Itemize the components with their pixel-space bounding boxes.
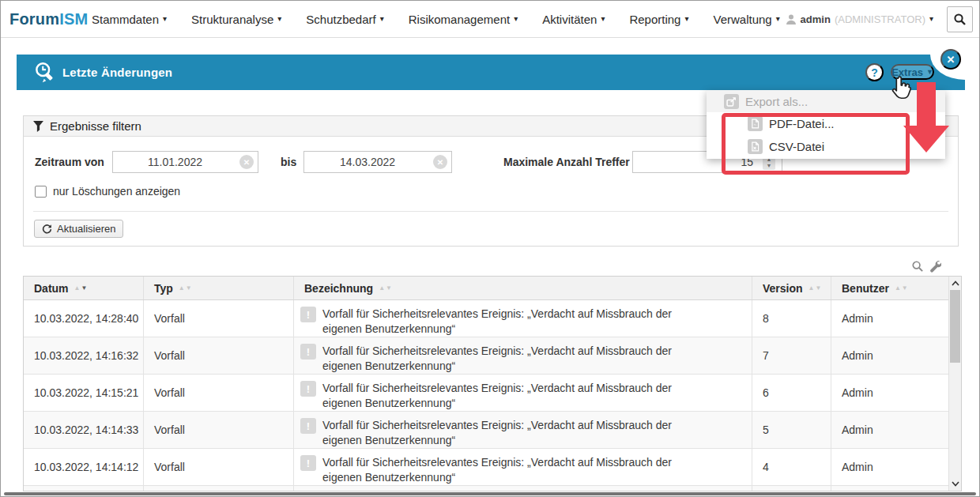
table-row[interactable]: 10.03.2022, 14:15:21 Vorfall ! Vorfall f… (24, 375, 961, 412)
cell-typ: Vorfall (144, 449, 294, 485)
date-to-input[interactable] (303, 151, 452, 173)
refresh-icon (42, 224, 52, 234)
menu-item[interactable]: Strukturanalyse ▾ (191, 13, 281, 26)
cell-bezeichnung-text: Vorfall für Sicherheitsrelevantes Ereign… (322, 342, 702, 374)
cell-bezeichnung-text: Vorfall für Sicherheitsrelevantes Ereign… (322, 305, 702, 337)
user-menu[interactable]: admin (ADMINISTRATOR) ▾ (786, 1, 933, 37)
top-navbar: ForumISM Stammdaten ▾ Strukturanalyse ▾ … (1, 1, 979, 38)
user-icon (786, 13, 797, 25)
cell-typ: Vorfall (144, 337, 294, 374)
menu-item-label: CSV-Datei (769, 140, 824, 153)
cell-bezeichnung: ! Vorfall für Sicherheitsrelevantes Erei… (294, 412, 752, 448)
cell-typ: Vorfall (144, 412, 294, 448)
incident-warning-icon: ! (300, 381, 316, 397)
column-header-version[interactable]: Version ▲▼ (752, 277, 831, 299)
dropdown-group-label: Export als... (745, 95, 808, 108)
menu-item-label: Reporting (629, 13, 680, 26)
export-icon (724, 94, 739, 109)
date-from-wrapper: ✕ (112, 151, 258, 173)
global-search-button[interactable] (947, 6, 973, 32)
cell-bezeichnung-text: Vorfall für Sicherheitsrelevantes Ereign… (322, 379, 702, 411)
sort-icons: ▲▼ (179, 284, 192, 292)
cell-benutzer: Admin (831, 412, 950, 448)
menu-item[interactable]: Stammdaten ▾ (92, 13, 167, 26)
sort-desc-icon: ▼ (186, 284, 192, 292)
recent-changes-icon (34, 62, 55, 83)
sort-icons: ▲▼ (379, 284, 392, 292)
spinner-down-icon: ▼ (767, 163, 772, 169)
filter-divider (33, 211, 948, 212)
column-header-datum[interactable]: Datum ▲▼ (24, 277, 144, 299)
table-row[interactable]: ! (24, 486, 961, 491)
clear-date-to-icon[interactable]: ✕ (433, 155, 447, 169)
menu-item[interactable]: Reporting ▾ (629, 13, 688, 26)
deletions-only-checkbox[interactable] (35, 186, 47, 198)
cell-datum (24, 486, 144, 491)
menu-item[interactable]: Aktivitäten ▾ (542, 13, 605, 26)
help-button[interactable]: ? (865, 63, 884, 81)
clear-date-from-icon[interactable]: ✕ (239, 155, 254, 169)
menu-item[interactable]: Risikomanagement ▾ (409, 13, 518, 26)
menu-item-label: Verwaltung (714, 13, 772, 26)
scroll-up-icon[interactable] (949, 277, 962, 289)
sort-desc-icon: ▼ (816, 284, 822, 292)
filter-panel-title: Ergebnisse filtern (50, 119, 141, 133)
column-header-typ[interactable]: Typ ▲▼ (144, 277, 294, 299)
table-scrollbar[interactable] (948, 277, 961, 491)
sort-icons: ▲▼ (808, 284, 822, 292)
sort-asc-icon: ▲ (379, 284, 385, 292)
column-header-benutzer[interactable]: Benutzer ▲▼ (831, 277, 950, 299)
scroll-down-icon[interactable] (949, 478, 962, 490)
table-body: 10.03.2022, 14:28:40 Vorfall ! Vorfall f… (24, 300, 961, 491)
scrollbar-thumb[interactable] (950, 290, 960, 363)
sort-asc-icon: ▲ (808, 284, 815, 292)
app-logo[interactable]: ForumISM (9, 10, 88, 28)
cell-datum: 10.03.2022, 14:16:32 (24, 337, 144, 374)
table-row[interactable]: 10.03.2022, 14:28:40 Vorfall ! Vorfall f… (24, 300, 961, 337)
deletions-only-label: nur Löschungen anzeigen (53, 185, 180, 198)
table-row[interactable]: 10.03.2022, 14:14:12 Vorfall ! Vorfall f… (24, 449, 961, 486)
csv-file-icon (748, 139, 763, 154)
user-role: (ADMINISTRATOR) (835, 13, 925, 25)
cell-datum: 10.03.2022, 14:14:12 (24, 449, 144, 485)
cell-version: 7 (752, 337, 831, 374)
page-title: Letzte Änderungen (62, 55, 172, 90)
chevron-down-icon: ▾ (277, 15, 281, 23)
sort-desc-icon: ▼ (902, 284, 908, 292)
cell-bezeichnung: ! Vorfall für Sicherheitsrelevantes Erei… (294, 337, 752, 374)
column-header-bezeichnung[interactable]: Bezeichnung ▲▼ (294, 277, 752, 299)
logo-part-forum: Forum (9, 10, 59, 28)
cell-datum: 10.03.2022, 14:15:21 (24, 375, 144, 411)
close-panel-button[interactable]: ✕ (940, 49, 961, 70)
panel-header: Letzte Änderungen ? Extras ▼ ✕ (17, 55, 965, 90)
cell-bezeichnung: ! Vorfall für Sicherheitsrelevantes Erei… (294, 449, 752, 485)
chevron-down-icon: ▼ (926, 69, 933, 76)
sort-desc-icon: ▼ (386, 284, 392, 292)
dropdown-group-export: Export als... (707, 90, 945, 112)
cell-version: 6 (752, 375, 831, 411)
menu-item-pdf-export[interactable]: PDF-Datei... (707, 112, 945, 135)
date-to-wrapper: ✕ (303, 151, 452, 173)
close-corner-notch: ✕ (930, 55, 965, 80)
menu-item-label: Schutzbedarf (306, 13, 375, 26)
date-from-input[interactable] (112, 151, 258, 173)
table-row[interactable]: 10.03.2022, 14:14:33 Vorfall ! Vorfall f… (24, 412, 961, 449)
menu-item[interactable]: Schutzbedarf ▾ (306, 13, 383, 26)
table-settings-wrench-icon[interactable] (929, 260, 941, 273)
menu-item-label: PDF-Datei... (769, 117, 835, 130)
menu-item-label: Risikomanagement (409, 13, 510, 26)
extras-button[interactable]: Extras ▼ (891, 64, 934, 80)
date-from-label: Zeitraum von (35, 156, 104, 168)
refresh-button[interactable]: Aktualisieren (34, 220, 123, 238)
table-row[interactable]: 10.03.2022, 14:16:32 Vorfall ! Vorfall f… (24, 337, 961, 375)
sort-asc-icon: ▲ (179, 284, 185, 292)
chevron-down-icon: ▾ (601, 15, 605, 23)
menu-item[interactable]: Verwaltung ▾ (714, 13, 780, 26)
sort-icons: ▲▼ (895, 284, 908, 292)
table-search-icon[interactable] (911, 260, 924, 273)
cell-version: 4 (752, 449, 831, 485)
cell-bezeichnung: ! Vorfall für Sicherheitsrelevantes Erei… (294, 375, 752, 411)
menu-item-csv-export[interactable]: CSV-Datei (707, 135, 945, 158)
chevron-down-icon: ▾ (776, 15, 780, 23)
cell-bezeichnung-text: Vorfall für Sicherheitsrelevantes Ereign… (322, 454, 702, 485)
